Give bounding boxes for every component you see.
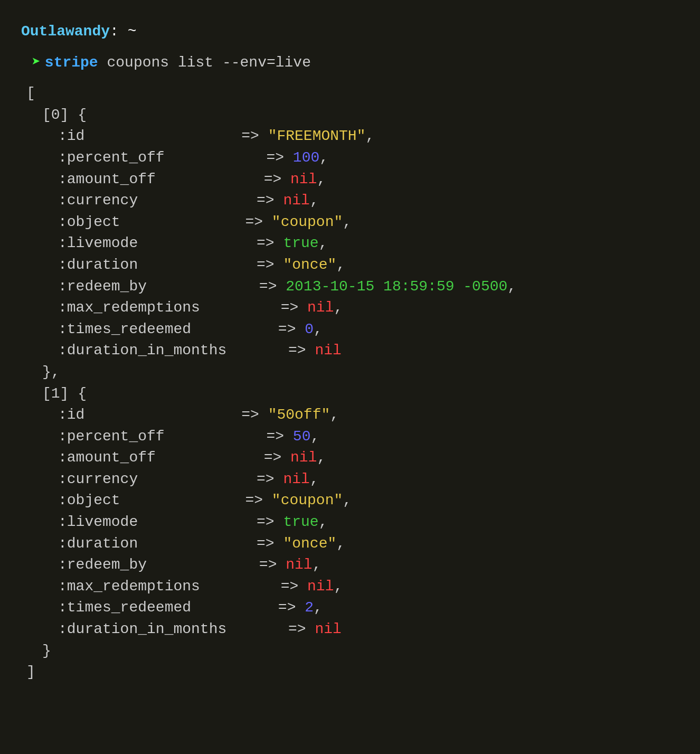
- field-times-redeemed-1: :times_redeemed => 2,: [58, 597, 679, 619]
- item-0: [0] { :id => "FREEMONTH", :percent_off =…: [26, 105, 679, 383]
- outer-close-bracket: ]: [26, 662, 679, 683]
- field-duration-1: :duration => "once",: [58, 533, 679, 555]
- command-line: ➤stripe coupons list --env=live: [21, 52, 679, 74]
- item-1-fields: :id => "50off", :percent_off => 50, :amo…: [42, 404, 679, 640]
- item-0-header: [0] {: [42, 105, 679, 126]
- field-duration-in-months-1: :duration_in_months => nil: [58, 619, 679, 640]
- command-arrow: ➤: [32, 54, 41, 71]
- item-0-fields: :id => "FREEMONTH", :percent_off => 100,…: [42, 126, 679, 362]
- colon: :: [110, 23, 119, 40]
- field-currency-1: :currency => nil,: [58, 469, 679, 491]
- field-id-0: :id => "FREEMONTH",: [58, 126, 679, 147]
- field-duration-in-months-0: :duration_in_months => nil: [58, 340, 679, 362]
- outer-open-bracket: [: [26, 83, 679, 105]
- prompt-line: Outlawandy: ~: [21, 21, 679, 43]
- cmd-rest: coupons list --env=live: [98, 54, 311, 71]
- item-0-footer: },: [42, 362, 679, 383]
- field-percent-off-1: :percent_off => 50,: [58, 426, 679, 448]
- field-max-redemptions-0: :max_redemptions => nil,: [58, 297, 679, 319]
- tilde: ~: [119, 23, 137, 40]
- field-redeem-by-0: :redeem_by => 2013-10-15 18:59:59 -0500,: [58, 276, 679, 298]
- field-amount-off-0: :amount_off => nil,: [58, 169, 679, 191]
- field-livemode-0: :livemode => true,: [58, 233, 679, 255]
- field-object-0: :object => "coupon",: [58, 212, 679, 233]
- output-block: [ [0] { :id => "FREEMONTH", :percent_off…: [21, 83, 679, 683]
- field-percent-off-0: :percent_off => 100,: [58, 147, 679, 169]
- field-id-1: :id => "50off",: [58, 404, 679, 426]
- field-livemode-1: :livemode => true,: [58, 512, 679, 533]
- item-1-header: [1] {: [42, 383, 679, 405]
- username: Outlawandy: [21, 23, 110, 40]
- field-times-redeemed-0: :times_redeemed => 0,: [58, 319, 679, 341]
- field-redeem-by-1: :redeem_by => nil,: [58, 554, 679, 576]
- item-1: [1] { :id => "50off", :percent_off => 50…: [26, 383, 679, 662]
- cmd-stripe: stripe: [45, 54, 98, 71]
- item-1-footer: }: [42, 640, 679, 662]
- field-amount-off-1: :amount_off => nil,: [58, 447, 679, 469]
- field-object-1: :object => "coupon",: [58, 490, 679, 512]
- terminal-window: Outlawandy: ~ ➤stripe coupons list --env…: [16, 11, 684, 754]
- field-currency-0: :currency => nil,: [58, 190, 679, 212]
- field-duration-0: :duration => "once",: [58, 255, 679, 276]
- field-max-redemptions-1: :max_redemptions => nil,: [58, 576, 679, 598]
